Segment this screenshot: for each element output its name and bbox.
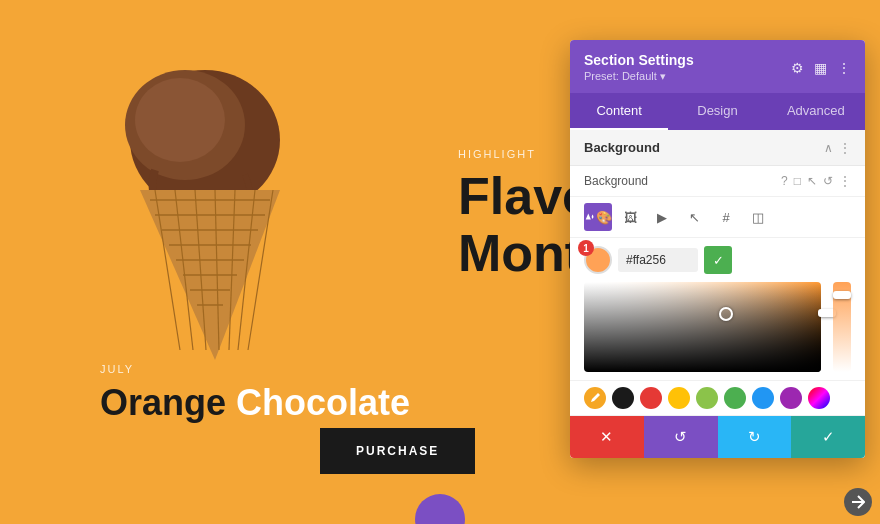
panel-subtitle: Preset: Default ▾ [584, 70, 694, 83]
confirm-button[interactable]: ✓ [791, 416, 865, 458]
opacity-slider[interactable] [833, 282, 851, 372]
purple-swatch[interactable] [780, 387, 802, 409]
background-section-header: Background ∧ ⋮ [570, 130, 865, 166]
custom-swatch[interactable] [808, 387, 830, 409]
gradient-handle[interactable] [719, 307, 733, 321]
color-confirm-button[interactable]: ✓ [704, 246, 732, 274]
lime-swatch[interactable] [696, 387, 718, 409]
eyedropper-swatch[interactable] [584, 387, 606, 409]
pointer-icon[interactable]: ↖ [807, 174, 817, 188]
bg-row-icons: ? □ ↖ ↺ ⋮ [781, 174, 851, 188]
corner-navigation-icon[interactable] [844, 488, 872, 516]
type-icons-row: 🎨 🖼 ▶ ↖ # ◫ [570, 197, 865, 238]
panel-tabs: Content Design Advanced [570, 93, 865, 130]
reset-icon[interactable]: ↺ [823, 174, 833, 188]
pattern-icon[interactable]: # [712, 203, 740, 231]
panel-title: Section Settings [584, 52, 694, 68]
month-label: JULY [100, 363, 410, 375]
redo-button[interactable]: ↻ [718, 416, 792, 458]
tab-design[interactable]: Design [668, 93, 766, 130]
opacity-handle[interactable] [833, 291, 851, 299]
bg-row-label: Background [584, 174, 648, 188]
blue-swatch[interactable] [752, 387, 774, 409]
green-swatch[interactable] [724, 387, 746, 409]
bottom-content: JULY Orange Chocolate [100, 363, 410, 424]
panel-header: Section Settings Preset: Default ▾ ⚙ ▦ ⋮ [570, 40, 865, 93]
color-picker-area: 1 ✓ [570, 238, 865, 380]
color-preview-wrapper: 1 [584, 246, 612, 274]
color-fill-icon[interactable]: 🎨 [584, 203, 612, 231]
collapse-icon[interactable]: ∧ [824, 141, 833, 155]
product-bold: Orange [100, 382, 226, 423]
settings-panel: Section Settings Preset: Default ▾ ⚙ ▦ ⋮… [570, 40, 865, 458]
columns-icon[interactable]: ▦ [814, 60, 827, 76]
undo-button[interactable]: ↺ [644, 416, 718, 458]
black-overlay [584, 282, 821, 372]
options-icon[interactable]: ⋮ [839, 141, 851, 155]
gold-swatch[interactable] [668, 387, 690, 409]
cursor2-icon[interactable]: ↖ [680, 203, 708, 231]
panel-body: Background ∧ ⋮ Background ? □ ↖ ↺ ⋮ [570, 130, 865, 458]
red-swatch[interactable] [640, 387, 662, 409]
panel-header-icons: ⚙ ▦ ⋮ [791, 60, 851, 76]
more2-icon[interactable]: ⋮ [839, 174, 851, 188]
panel-title-group: Section Settings Preset: Default ▾ [584, 52, 694, 83]
color-input-row: 1 ✓ [584, 246, 851, 274]
background-row: Background ? □ ↖ ↺ ⋮ [570, 166, 865, 197]
more-icon[interactable]: ⋮ [837, 60, 851, 76]
tab-content[interactable]: Content [570, 93, 668, 130]
gradient-canvas-wrapper[interactable] [584, 282, 821, 372]
svg-point-2 [135, 78, 225, 162]
background-section-controls: ∧ ⋮ [824, 141, 851, 155]
action-buttons: ✕ ↺ ↻ ✓ [570, 415, 865, 458]
purchase-button[interactable]: PURCHASE [320, 428, 475, 474]
notification-badge: 1 [578, 240, 594, 256]
background-section-title: Background [584, 140, 660, 155]
product-regular: Chocolate [226, 382, 410, 423]
gradient-canvas[interactable] [584, 282, 821, 372]
mask-icon[interactable]: ◫ [744, 203, 772, 231]
image-icon[interactable]: 🖼 [616, 203, 644, 231]
settings-icon[interactable]: ⚙ [791, 60, 804, 76]
black-swatch[interactable] [612, 387, 634, 409]
opacity-slider-wrapper[interactable] [833, 282, 851, 372]
video-icon[interactable]: ▶ [648, 203, 676, 231]
copy-icon[interactable]: □ [794, 174, 801, 188]
swatch-row [570, 380, 865, 415]
tab-advanced[interactable]: Advanced [767, 93, 865, 130]
picker-main [584, 282, 851, 372]
help-icon[interactable]: ? [781, 174, 788, 188]
cancel-button[interactable]: ✕ [570, 416, 644, 458]
product-name: Orange Chocolate [100, 381, 410, 424]
hex-input[interactable] [618, 248, 698, 272]
